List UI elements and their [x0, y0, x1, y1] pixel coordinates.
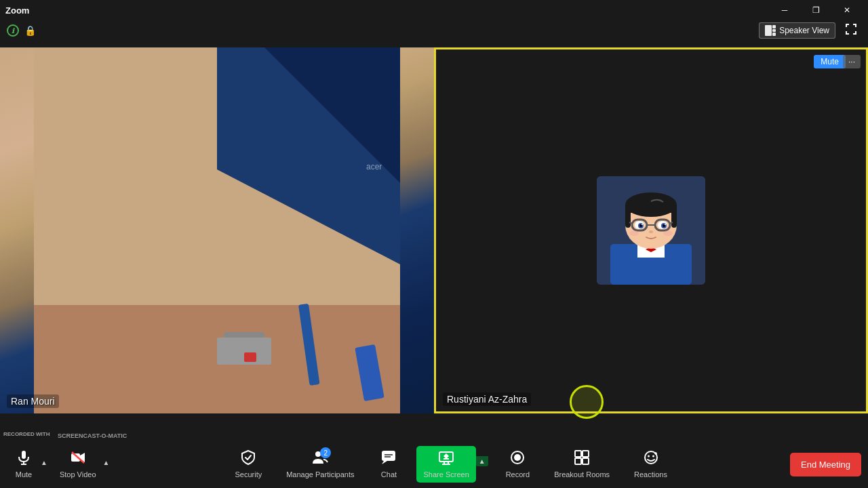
share-screen-label: Share Screen: [423, 470, 469, 479]
video-icon: [71, 450, 85, 469]
top-status-right: Speaker View: [759, 21, 861, 40]
svg-rect-0: [765, 25, 772, 36]
mic-icon: [16, 450, 31, 469]
security-label: Security: [235, 470, 262, 479]
svg-rect-20: [625, 205, 677, 213]
participants-icon: 2: [312, 450, 328, 469]
svg-rect-11: [244, 352, 256, 362]
lock-icon: 🔒: [24, 25, 36, 36]
fullscreen-icon: [845, 23, 857, 35]
share-group: Share Screen ▲: [416, 446, 488, 483]
svg-marker-48: [382, 461, 387, 464]
svg-point-37: [629, 230, 639, 236]
restore-button[interactable]: ❐: [800, 0, 831, 20]
toolbar-center: Security 2 Manage Participants: [228, 446, 674, 483]
cursor-indicator: [570, 385, 604, 419]
video-arrow-button[interactable]: ▲: [103, 459, 113, 466]
mute-arrow-button[interactable]: ▲: [41, 459, 50, 466]
mute-label: Mute: [16, 470, 32, 479]
toolbar-left: Mute ▲ Stop Video ▲: [7, 446, 112, 483]
end-meeting-button[interactable]: End Meeting: [790, 453, 861, 476]
participant-right: Mute ··· Rustiyani Az-Zahra: [434, 47, 868, 413]
svg-text:acer: acer: [366, 162, 382, 171]
svg-rect-22: [671, 209, 677, 228]
avatar-image: [597, 176, 705, 285]
mute-group: Mute ▲: [7, 446, 50, 483]
svg-rect-1: [772, 25, 776, 28]
video-toolbar-button[interactable]: Stop Video: [53, 446, 103, 483]
chat-label: Chat: [381, 470, 397, 479]
record-toolbar-button[interactable]: Record: [499, 446, 536, 483]
screencast-brand: SCREENCAST-O-MATIC: [58, 432, 127, 439]
svg-rect-9: [224, 332, 264, 338]
participant-left-name: Ran Mouri: [7, 394, 59, 408]
svg-point-36: [649, 230, 653, 233]
svg-rect-2: [772, 29, 776, 32]
svg-rect-21: [625, 209, 631, 228]
reactions-label: Reactions: [634, 470, 667, 479]
participant-count-badge: 2: [320, 447, 331, 458]
titlebar-controls: ─ ❐ ✕: [769, 0, 863, 20]
top-status-bar: ℹ 🔒 Speaker View: [0, 20, 868, 41]
video-label: Stop Video: [60, 470, 96, 479]
screencast-watermark: RECORDED WITH: [3, 431, 50, 437]
svg-point-38: [663, 230, 673, 236]
participant-right-name: Rustiyani Az-Zahra: [443, 392, 531, 406]
breakout-label: Breakout Rooms: [554, 470, 610, 479]
svg-rect-62: [575, 458, 581, 464]
fullscreen-button[interactable]: [841, 21, 861, 40]
share-arrow-button[interactable]: ▲: [476, 456, 488, 466]
record-icon: [510, 450, 525, 469]
chat-icon: [381, 450, 396, 469]
record-label: Record: [506, 470, 530, 479]
minimize-button[interactable]: ─: [769, 0, 800, 20]
svg-rect-60: [575, 451, 581, 457]
top-status-left: ℹ 🔒: [7, 24, 36, 37]
mute-toolbar-button[interactable]: Mute: [7, 446, 41, 483]
security-toolbar-button[interactable]: Security: [228, 446, 269, 483]
svg-point-65: [648, 455, 650, 458]
reactions-icon: [644, 450, 658, 469]
svg-point-59: [514, 454, 521, 461]
participants-toolbar-button[interactable]: 2 Manage Participants: [279, 446, 361, 483]
video-group: Stop Video ▲: [53, 446, 113, 483]
svg-rect-3: [772, 33, 776, 36]
svg-rect-39: [22, 451, 26, 459]
reactions-toolbar-button[interactable]: Reactions: [627, 446, 674, 483]
svg-point-35: [665, 224, 666, 225]
speaker-view-icon: [765, 25, 776, 36]
close-button[interactable]: ✕: [831, 0, 863, 20]
more-options-button[interactable]: ···: [843, 55, 861, 68]
breakout-rooms-button[interactable]: Breakout Rooms: [547, 446, 616, 483]
video-area: acer Ran Mouri: [0, 41, 868, 447]
security-icon: [241, 450, 256, 469]
info-icon: ℹ: [7, 24, 19, 37]
participant-avatar: [597, 176, 705, 285]
share-screen-button[interactable]: Share Screen: [416, 446, 475, 483]
titlebar-left: Zoom: [5, 5, 29, 16]
breakout-icon: [574, 450, 589, 469]
share-screen-icon: [439, 450, 454, 469]
chat-toolbar-button[interactable]: Chat: [372, 446, 406, 483]
svg-rect-61: [583, 451, 589, 457]
svg-point-34: [642, 224, 643, 225]
participant-left-video: acer: [0, 47, 434, 413]
toolbar: Mute ▲ Stop Video ▲: [0, 441, 868, 488]
participant-left: acer Ran Mouri: [0, 47, 434, 413]
left-video-feed: acer: [0, 47, 434, 413]
mute-button[interactable]: Mute: [814, 55, 846, 68]
svg-rect-47: [382, 451, 395, 461]
svg-point-66: [652, 455, 654, 458]
speaker-view-button[interactable]: Speaker View: [759, 22, 835, 39]
speaker-view-label: Speaker View: [779, 26, 829, 35]
recorded-text: RECORDED WITH: [3, 431, 50, 437]
participant-right-video: [436, 49, 866, 411]
titlebar-logo: Zoom: [5, 5, 29, 16]
toolbar-right: End Meeting: [790, 453, 861, 476]
svg-rect-63: [583, 458, 589, 464]
titlebar: Zoom ─ ❐ ✕: [0, 0, 868, 20]
participants-label: Manage Participants: [286, 470, 354, 479]
svg-marker-55: [443, 453, 446, 459]
svg-marker-56: [446, 453, 449, 459]
